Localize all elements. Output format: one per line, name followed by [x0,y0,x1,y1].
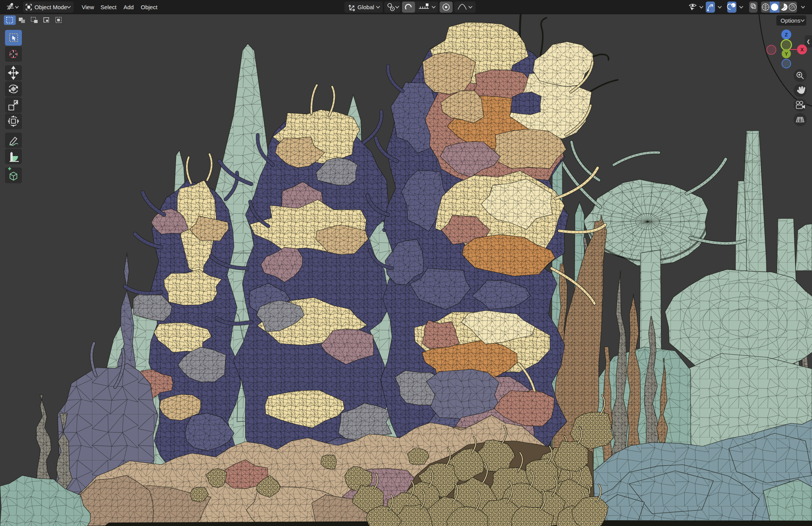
svg-text:Select: Select [100,4,117,10]
svg-text:Global: Global [357,4,374,10]
svg-text:Object: Object [141,4,158,10]
svg-text:X: X [800,47,804,53]
svg-text:Add: Add [124,4,134,10]
svg-text:Object Mode: Object Mode [35,4,67,10]
svg-text:View: View [82,4,94,10]
svg-text:Z: Z [785,32,788,38]
svg-text:Y: Y [785,51,788,57]
